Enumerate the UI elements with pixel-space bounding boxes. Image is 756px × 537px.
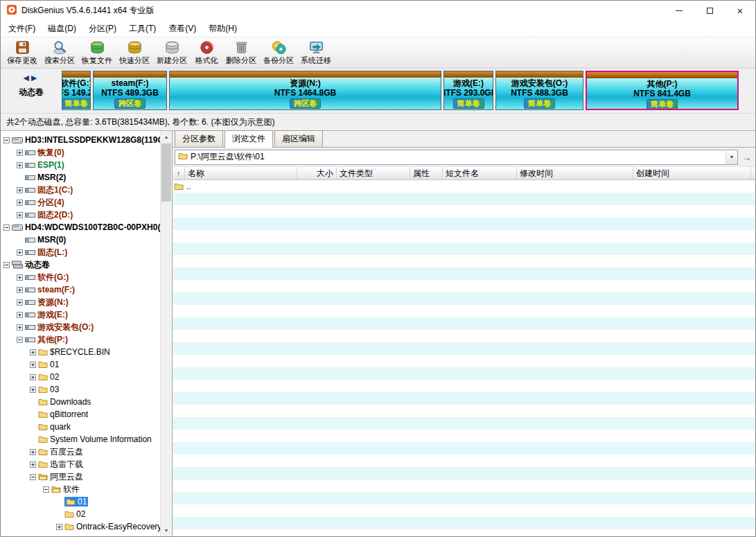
path-input[interactable]: P:\阿里云盘\软件\01 ▼	[175, 150, 738, 165]
expand-toggle-icon[interactable]: +	[30, 387, 36, 393]
column-header-4[interactable]: 短文件名	[443, 167, 517, 179]
expand-toggle-icon[interactable]: −	[3, 262, 10, 268]
save-changes-button[interactable]: 保存更改	[3, 39, 41, 67]
minimize-button[interactable]	[664, 1, 694, 20]
go-button[interactable]: →	[740, 150, 753, 165]
column-header-0[interactable]: 名称	[185, 167, 297, 179]
tree-item[interactable]: +$RECYCLE.BIN	[1, 346, 160, 358]
menu-item-2[interactable]: 分区(P)	[82, 20, 123, 37]
expand-toggle-icon[interactable]: +	[56, 524, 62, 530]
expand-toggle-icon[interactable]: +	[30, 374, 36, 380]
menu-item-5[interactable]: 帮助(H)	[202, 20, 243, 37]
expand-toggle-icon[interactable]: −	[30, 474, 36, 480]
expand-toggle-icon[interactable]: +	[17, 162, 23, 168]
close-button[interactable]: ×	[725, 1, 755, 20]
menu-item-4[interactable]: 查看(V)	[162, 20, 202, 37]
expand-toggle-icon[interactable]: +	[17, 200, 23, 206]
expand-toggle-icon[interactable]: +	[17, 187, 23, 193]
system-migration-button[interactable]: 系统迁移	[297, 39, 335, 67]
tab-1[interactable]: 浏览文件	[225, 130, 273, 148]
file-row[interactable]: ..	[173, 180, 755, 193]
partition-block[interactable]: 软件(G:)NTFS 149.2GB简单卷	[62, 71, 91, 110]
scrollbar-up-button[interactable]: ▲	[161, 131, 172, 143]
tree-scrollbar[interactable]: ▲ ▼	[160, 131, 172, 536]
tree-item[interactable]: +软件(G:)	[1, 271, 160, 283]
expand-toggle-icon[interactable]: +	[17, 287, 23, 293]
scroll-right-icon[interactable]: ▶	[31, 73, 39, 82]
partition-block[interactable]: 游戏(E:)NTFS 293.0GB简单卷	[443, 71, 493, 110]
path-dropdown-button[interactable]: ▼	[726, 150, 737, 164]
tree-item[interactable]: −HD4:WDCWDS100T2B0C-00PXH0(	[1, 221, 160, 234]
recover-files-button[interactable]: 恢复文件	[78, 39, 116, 67]
tree-item[interactable]: System Volume Information	[1, 433, 160, 446]
column-header-3[interactable]: 属性	[410, 167, 443, 179]
tree-item[interactable]: +固态2(D:)	[1, 209, 160, 221]
quick-partition-button[interactable]: 快速分区	[116, 39, 153, 67]
tree-item[interactable]: +固态1(C:)	[1, 184, 160, 196]
delete-partition-button[interactable]: 删除分区	[222, 39, 260, 67]
tree-item[interactable]: +分区(4)	[1, 196, 160, 209]
menu-item-1[interactable]: 磁盘(D)	[42, 20, 82, 37]
tree-item[interactable]: +迅雷下载	[1, 458, 160, 470]
tree-item[interactable]: +03	[1, 383, 160, 396]
partition-block[interactable]: 游戏安装包(O:)NTFS 488.3GB简单卷	[495, 71, 583, 110]
expand-toggle-icon[interactable]: +	[17, 312, 23, 318]
tree-item[interactable]: 01	[1, 495, 160, 508]
tree-item[interactable]: +Ontrack-EasyRecovery	[1, 520, 160, 533]
tree-item[interactable]: Downloads	[1, 396, 160, 408]
tree-item[interactable]: +百度云盘	[1, 446, 160, 458]
scrollbar-thumb[interactable]	[161, 143, 171, 202]
column-header-5[interactable]: 修改时间	[517, 167, 633, 179]
tree-item[interactable]: −软件	[1, 483, 160, 495]
expand-toggle-icon[interactable]: −	[43, 486, 49, 493]
tree-item[interactable]: quark	[1, 421, 160, 433]
scroll-left-icon[interactable]: ◀	[24, 73, 31, 82]
expand-toggle-icon[interactable]: −	[3, 137, 10, 143]
expand-toggle-icon[interactable]: +	[30, 349, 36, 355]
expand-toggle-icon[interactable]: +	[17, 249, 23, 256]
menu-item-3[interactable]: 工具(T)	[123, 20, 162, 37]
tree-item[interactable]: −动态卷	[1, 258, 160, 271]
search-partition-button[interactable]: 搜索分区	[41, 39, 78, 67]
expand-toggle-icon[interactable]: +	[30, 362, 36, 368]
partition-block[interactable]: steam(F:)NTFS 489.3GB跨区卷	[93, 71, 167, 110]
expand-toggle-icon[interactable]: +	[30, 449, 36, 455]
tree-item[interactable]: +01	[1, 358, 160, 371]
expand-toggle-icon[interactable]: +	[30, 461, 36, 468]
tree-item[interactable]: +游戏安装包(O:)	[1, 321, 160, 333]
format-button[interactable]: 格式化	[191, 39, 222, 67]
expand-toggle-icon[interactable]: +	[17, 212, 23, 218]
tree-item[interactable]: −HD3:INTELSSDPEKKW128G8(119G	[1, 134, 160, 146]
tree-item[interactable]: qBittorrent	[1, 408, 160, 421]
partition-block[interactable]: 资源(N:)NTFS 1464.8GB跨区卷	[169, 71, 441, 110]
tree-item[interactable]: −阿里云盘	[1, 470, 160, 483]
tab-0[interactable]: 分区参数	[175, 130, 223, 147]
expand-toggle-icon[interactable]: +	[17, 324, 23, 331]
backup-partition-button[interactable]: 备份分区	[260, 39, 297, 67]
maximize-button[interactable]	[694, 1, 725, 20]
expand-toggle-icon[interactable]: +	[17, 150, 23, 156]
tree-item[interactable]: MSR(2)	[1, 171, 160, 184]
scrollbar-down-button[interactable]: ▼	[161, 525, 172, 536]
column-header-2[interactable]: 文件类型	[337, 167, 410, 179]
tree-item[interactable]: +steam(F:)	[1, 283, 160, 296]
tree-item[interactable]: +02	[1, 371, 160, 383]
tree-item[interactable]: +资源(N:)	[1, 296, 160, 308]
expand-toggle-icon[interactable]: −	[17, 337, 23, 343]
tree-item[interactable]: +固态(L:)	[1, 246, 160, 258]
expand-toggle-icon[interactable]: −	[3, 225, 10, 231]
column-header-1[interactable]: 大小	[297, 167, 337, 179]
tree-item[interactable]: MSR(0)	[1, 234, 160, 246]
tab-2[interactable]: 扇区编辑	[274, 130, 323, 147]
tree-item[interactable]: −其他(P:)	[1, 333, 160, 346]
partition-block[interactable]: 其他(P:)NTFS 841.4GB简单卷	[586, 71, 739, 110]
new-partition-button[interactable]: 新建分区	[153, 39, 191, 67]
tree-item[interactable]: 02	[1, 508, 160, 520]
column-header-6[interactable]: 创建时间	[633, 167, 751, 179]
sort-up-icon[interactable]: ↑	[173, 167, 185, 179]
tree-item[interactable]: +ESP(1)	[1, 159, 160, 171]
expand-toggle-icon[interactable]: +	[17, 299, 23, 306]
tree-item[interactable]: +恢复(0)	[1, 146, 160, 159]
menu-item-0[interactable]: 文件(F)	[2, 20, 42, 37]
tree-item[interactable]: +游戏(E:)	[1, 308, 160, 321]
